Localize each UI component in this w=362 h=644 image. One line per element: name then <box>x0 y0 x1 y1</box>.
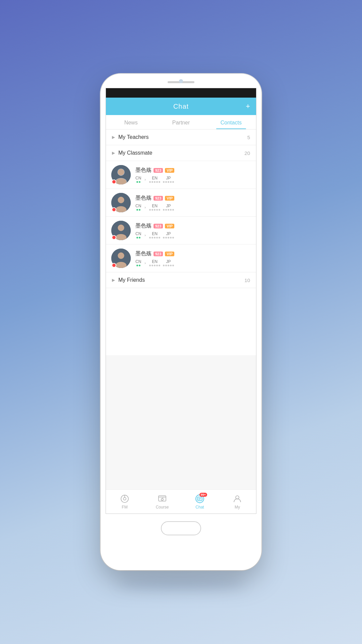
contact-info: 墨色殇 923 VIP CN › <box>135 195 251 211</box>
phone-shadow <box>117 577 245 590</box>
lang-from: CN <box>135 231 141 236</box>
contact-info: 墨色殇 923 VIP CN › <box>135 167 251 183</box>
phone-frame: Chat + News Partner Contacts ▶ My Teache… <box>101 74 261 570</box>
section-friends[interactable]: ▶ My Friends 10 <box>106 272 256 288</box>
lang-to: EN <box>152 259 158 264</box>
contact-name: 墨色殇 <box>135 250 152 257</box>
header-title: Chat <box>173 103 189 110</box>
chat-badge: 99+ <box>199 493 207 497</box>
contact-item[interactable]: 墨色殇 923 VIP CN › <box>106 161 256 189</box>
section-classmate[interactable]: ▶ My Classmate 20 <box>106 145 256 161</box>
contact-name: 墨色殇 <box>135 222 152 229</box>
online-indicator <box>112 263 116 268</box>
svg-point-4 <box>118 169 124 175</box>
lang-extra: JP <box>166 204 171 208</box>
nav-course[interactable]: Course <box>143 490 181 514</box>
contact-item[interactable]: 墨色殇 923 VIP CN › <box>106 217 256 245</box>
vip-badge: VIP <box>165 168 174 173</box>
screen: Chat + News Partner Contacts ▶ My Teache… <box>106 88 256 514</box>
contact-item[interactable]: 墨色殇 923 VIP CN › <box>106 245 256 272</box>
lang-extra: JP <box>166 176 171 180</box>
svg-point-20 <box>161 498 163 500</box>
lang-to: EN <box>152 231 158 236</box>
nav-my[interactable]: My <box>219 490 256 514</box>
home-button[interactable] <box>161 521 201 535</box>
contact-info: 墨色殇 923 VIP CN › <box>135 250 251 266</box>
teachers-label: My Teachers <box>118 134 148 140</box>
lang-from: CN <box>135 259 141 264</box>
contact-name: 墨色殇 <box>135 195 152 202</box>
online-indicator <box>112 235 116 240</box>
teachers-count: 5 <box>247 135 250 140</box>
lang-to: EN <box>152 204 158 208</box>
vip-badge: VIP <box>165 224 174 228</box>
online-indicator <box>112 179 116 184</box>
phone-camera <box>179 79 183 83</box>
friends-label: My Friends <box>118 277 145 283</box>
add-button[interactable]: + <box>246 102 250 111</box>
svg-point-16 <box>123 497 126 500</box>
fm-icon <box>120 494 129 503</box>
svg-line-21 <box>162 498 163 498</box>
friends-count: 10 <box>244 277 250 283</box>
svg-point-13 <box>118 253 124 259</box>
course-label: Course <box>156 505 169 509</box>
friends-arrow-icon: ▶ <box>112 278 115 282</box>
lang-from: CN <box>135 204 141 208</box>
lang-extra: JP <box>166 231 171 236</box>
contact-info: 墨色殇 923 VIP CN › <box>135 222 251 238</box>
lang-arrow-icon: › <box>144 205 146 209</box>
level-badge: 923 <box>154 196 163 201</box>
lang-extra: JP <box>166 259 171 264</box>
app-header: Chat + <box>106 98 256 115</box>
lang-arrow-icon: › <box>144 261 146 265</box>
svg-point-10 <box>118 225 124 231</box>
bottom-nav: FM Course <box>106 489 256 514</box>
tab-news[interactable]: News <box>106 115 156 129</box>
level-badge: 923 <box>154 224 163 228</box>
classmate-count: 20 <box>244 150 250 156</box>
my-label: My <box>235 505 240 509</box>
classmate-arrow-icon: ▶ <box>112 151 115 155</box>
tab-bar: News Partner Contacts <box>106 115 256 129</box>
avatar-wrap <box>111 193 131 212</box>
vip-badge: VIP <box>165 196 174 201</box>
lang-arrow-icon: › <box>144 233 146 237</box>
status-bar <box>106 88 256 98</box>
level-badge: 923 <box>154 168 163 173</box>
contact-item[interactable]: 墨色殇 923 VIP CN › <box>106 189 256 217</box>
arrow-icon: ▶ <box>112 135 115 140</box>
online-indicator <box>112 207 116 212</box>
nav-fm[interactable]: FM <box>106 490 143 514</box>
course-icon <box>158 494 167 503</box>
empty-space <box>106 288 256 355</box>
contacts-content[interactable]: ▶ My Teachers 5 ▶ My Classmate 20 <box>106 129 256 489</box>
my-icon <box>233 494 242 503</box>
nav-chat[interactable]: 99+ Chat <box>181 490 219 514</box>
classmate-label: My Classmate <box>118 150 152 156</box>
avatar-wrap <box>111 249 131 268</box>
chat-icon: 99+ <box>195 494 204 503</box>
level-badge: 923 <box>154 252 163 256</box>
avatar-wrap <box>111 221 131 240</box>
avatar-wrap <box>111 165 131 184</box>
tab-partner[interactable]: Partner <box>156 115 206 129</box>
fm-label: FM <box>122 505 127 509</box>
vip-badge: VIP <box>165 252 174 256</box>
lang-from: CN <box>135 176 141 180</box>
contact-name: 墨色殇 <box>135 167 152 174</box>
lang-arrow-icon: › <box>144 177 146 181</box>
svg-point-7 <box>118 197 124 203</box>
chat-label: Chat <box>195 505 204 509</box>
tab-contacts[interactable]: Contacts <box>206 115 256 129</box>
section-teachers[interactable]: ▶ My Teachers 5 <box>106 129 256 145</box>
lang-to: EN <box>152 176 158 180</box>
